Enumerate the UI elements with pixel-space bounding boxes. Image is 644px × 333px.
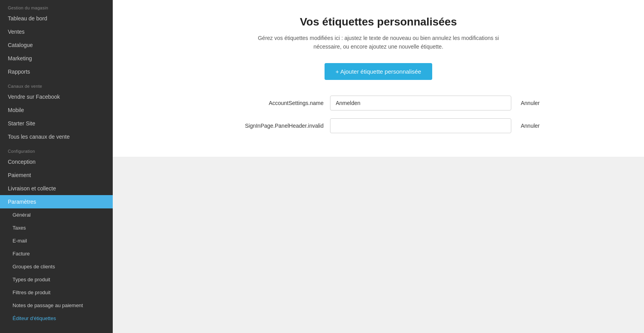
annuler-button-1[interactable]: Annuler: [518, 100, 543, 106]
main-content-area: Vos étiquettes personnalisées Gérez vos …: [113, 0, 644, 333]
label-input-2[interactable]: [330, 118, 512, 133]
add-label-button[interactable]: + Ajouter étiquette personnalisée: [325, 63, 432, 80]
sidebar: Gestion du magasin Tableau de bord Vente…: [0, 0, 113, 333]
sidebar-item-tous-canaux[interactable]: Tous les canaux de vente: [0, 130, 113, 143]
label-row-2: SignInPage.PanelHeader.invalid Annuler: [214, 118, 543, 133]
sidebar-item-notes-paiement[interactable]: Notes de passage au paiement: [0, 299, 113, 312]
sidebar-item-filtres-produit[interactable]: Filtres de produit: [0, 286, 113, 299]
label-row-1: AccountSettings.name Annuler: [214, 96, 543, 110]
sidebar-section-canaux: Canaux de vente: [0, 78, 113, 90]
page-title: Vos étiquettes personnalisées: [214, 16, 543, 28]
sidebar-item-facebook[interactable]: Vendre sur Facebook: [0, 90, 113, 103]
sidebar-item-editeur-etiquettes[interactable]: Éditeur d'étiquettes: [0, 312, 113, 325]
sidebar-item-catalogue[interactable]: Catalogue: [0, 38, 113, 52]
page-subtitle: Gérez vos étiquettes modifiées ici : aju…: [257, 34, 500, 51]
sidebar-item-types-produit[interactable]: Types de produit: [0, 273, 113, 286]
sidebar-item-starter-site[interactable]: Starter Site: [0, 117, 113, 130]
sidebar-item-conception[interactable]: Conception: [0, 155, 113, 168]
bottom-grey-area: [113, 157, 644, 333]
sidebar-item-parametres[interactable]: Paramètres: [0, 195, 113, 208]
label-key-2: SignInPage.PanelHeader.invalid: [214, 123, 324, 129]
annuler-button-2[interactable]: Annuler: [518, 123, 543, 129]
sidebar-section-config: Configuration: [0, 143, 113, 155]
sidebar-item-marketing[interactable]: Marketing: [0, 52, 113, 65]
sidebar-item-groupes-clients[interactable]: Groupes de clients: [0, 260, 113, 273]
label-key-1: AccountSettings.name: [214, 100, 324, 106]
sidebar-section-gestion: Gestion du magasin: [0, 0, 113, 12]
sidebar-item-taxes[interactable]: Taxes: [0, 221, 113, 234]
label-input-1[interactable]: [330, 96, 512, 110]
sidebar-item-rapports[interactable]: Rapports: [0, 65, 113, 78]
sidebar-item-paiement[interactable]: Paiement: [0, 168, 113, 182]
sidebar-item-ventes[interactable]: Ventes: [0, 25, 113, 38]
sidebar-item-mobile[interactable]: Mobile: [0, 103, 113, 117]
sidebar-item-facture[interactable]: Facture: [0, 247, 113, 260]
sidebar-item-livraison[interactable]: Livraison et collecte: [0, 182, 113, 195]
sidebar-item-tableau-de-bord[interactable]: Tableau de bord: [0, 12, 113, 25]
sidebar-item-email[interactable]: E-mail: [0, 234, 113, 247]
sidebar-item-general[interactable]: Général: [0, 208, 113, 221]
